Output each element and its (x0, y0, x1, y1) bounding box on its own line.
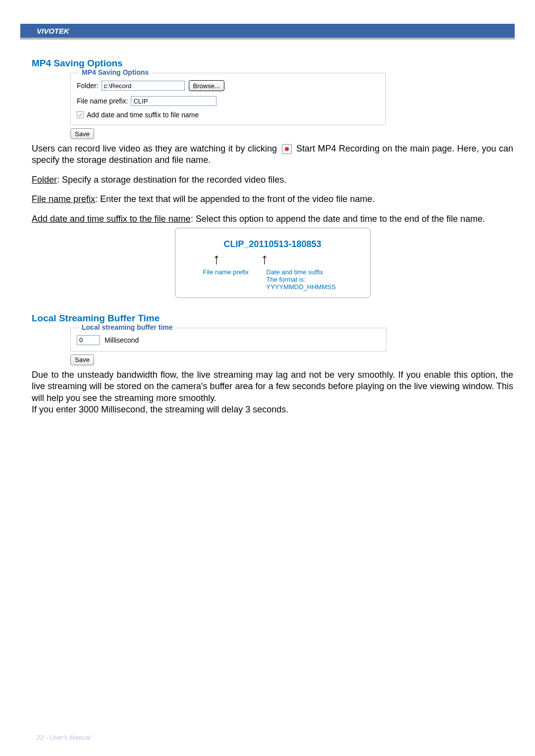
save-button-buffer[interactable]: Save (70, 354, 94, 365)
date-suffix-row: ✓ Add date and time suffix to file name (77, 111, 379, 119)
folder-label: Folder: (77, 82, 99, 90)
folder-underline-label: Folder (32, 175, 57, 185)
paragraph-folder: Folder: Specify a storage destination fo… (32, 174, 513, 186)
record-dot-icon (285, 147, 289, 151)
buffer-unit-label: Millisecond (105, 336, 139, 344)
folder-input[interactable] (102, 81, 185, 91)
page-header: VIVOTEK (20, 24, 515, 40)
arrow-format-line: The format is: YYYYMMDD_HHMMSS (181, 276, 364, 291)
paragraph-buffer-example: If you enter 3000 Millisecond, the strea… (32, 404, 513, 415)
mp4-fieldset-legend: MP4 Saving Options (79, 68, 152, 76)
arrow-label-prefix: File name prefix (203, 268, 267, 276)
brand-text: VIVOTEK (20, 24, 515, 35)
page-footer: 22 - User's Manual (37, 734, 91, 741)
buffer-input[interactable] (77, 335, 100, 345)
datetime-desc-text: : Select this option to append the date … (191, 214, 485, 224)
mp4-saving-options-fieldset: MP4 Saving Options Folder: Browse... Fil… (70, 73, 386, 125)
arrows-row: ↑ ↑ (181, 252, 364, 266)
local-buffer-heading: Local Streaming Buffer Time (32, 313, 513, 324)
folder-desc-text: : Specify a storage destination for the … (57, 175, 286, 185)
prefix-input[interactable] (131, 96, 216, 106)
p1a-text: Users can record live video as they are … (32, 144, 277, 153)
record-icon (282, 144, 292, 154)
datetime-underline-label: Add date and time suffix to the file nam… (32, 214, 191, 224)
prefix-label: File name prefix: (77, 97, 128, 105)
filename-example-text: CLIP_20110513-180853 (181, 239, 364, 250)
paragraph-datetime-suffix: Add date and time suffix to the file nam… (32, 213, 513, 225)
paragraph-prefix: File name prefix: Enter the text that wi… (32, 194, 513, 205)
paragraph-buffer-desc: Due to the unsteady bandwidth flow, the … (32, 369, 513, 404)
folder-row: Folder: Browse... (77, 80, 379, 91)
mp4-saving-options-heading: MP4 Saving Options (32, 58, 513, 69)
buffer-fieldset-legend: Local streaming buffer time (79, 323, 176, 331)
arrow-labels-row: File name prefix Date and time suffix (181, 268, 364, 276)
buffer-figure: Local streaming buffer time Millisecond … (70, 328, 513, 365)
arrow-label-suffix: Date and time suffix (267, 268, 323, 276)
paragraph-record-intro: Users can record live video as they are … (32, 143, 513, 166)
date-suffix-checkbox[interactable]: ✓ (77, 111, 84, 118)
mp4-saving-options-figure: MP4 Saving Options Folder: Browse... Fil… (70, 73, 513, 139)
arrow-up-icon: ↑ (261, 252, 268, 266)
prefix-row: File name prefix: (77, 96, 379, 106)
date-suffix-label: Add date and time suffix to file name (87, 111, 199, 119)
filename-example-figure: CLIP_20110513-180853 ↑ ↑ File name prefi… (175, 228, 371, 298)
browse-button[interactable]: Browse... (189, 80, 224, 91)
prefix-desc-text: : Enter the text that will be appended t… (95, 194, 374, 204)
buffer-fieldset: Local streaming buffer time Millisecond (70, 328, 386, 352)
arrow-up-icon: ↑ (213, 252, 220, 266)
buffer-row: Millisecond (77, 335, 380, 345)
prefix-underline-label: File name prefix (32, 194, 95, 204)
page-content: MP4 Saving Options MP4 Saving Options Fo… (32, 58, 513, 424)
save-button-mp4[interactable]: Save (70, 128, 94, 139)
